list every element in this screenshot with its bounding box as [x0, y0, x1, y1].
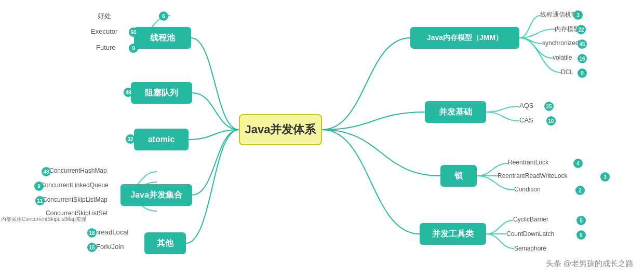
sub-lock-condition: Condition: [514, 186, 541, 193]
sub-jmm-mem: 内存模型: [555, 25, 580, 34]
badge-dcl: 9: [578, 68, 587, 78]
sub-lock-readwrite: ReentrantReadWriteLock: [498, 172, 568, 179]
main-node-atomic: atomic: [134, 129, 189, 150]
badge-countdown: 6: [576, 230, 586, 240]
sub-tools-cyclic: CyclicBarrier: [513, 216, 548, 223]
badge-forkjoin: 15: [87, 243, 97, 252]
sub-collection-skiplistmap: ConcurrentSkipListMap: [43, 196, 108, 203]
sub-jmm-sync: synchronized: [542, 39, 579, 47]
badge-cyclic: 5: [576, 216, 586, 225]
main-node-concbase: 并发基础: [425, 101, 486, 123]
badge-readwrite: 3: [600, 172, 610, 182]
main-node-lock: 锁: [440, 165, 477, 187]
main-node-tools: 并发工具类: [420, 223, 486, 245]
sub-collection-impl: 内部采用ConcurrentSkipListMap实现: [1, 216, 86, 223]
badge-threadlocal: 18: [87, 228, 97, 238]
sub-tools-semaphore: Semaphore: [514, 245, 546, 252]
concbase-label: 并发基础: [439, 107, 472, 118]
main-node-jmm: Java内存模型（JMM）: [410, 27, 519, 49]
badge-blockqueue: 48: [124, 88, 133, 97]
badge-executor: 60: [129, 27, 138, 37]
badge-future: 9: [129, 44, 138, 53]
sub-tools-countdown: CountDownLatch: [506, 230, 554, 238]
sub-threadpool-goodness: 好处: [98, 11, 111, 21]
badge-aqs: 25: [544, 102, 554, 111]
badge-sync: 45: [578, 39, 587, 49]
sub-concbase-aqs: AQS: [519, 102, 533, 109]
center-node: Java并发体系: [239, 114, 322, 145]
watermark: 头条 @老男孩的成长之路: [546, 259, 634, 269]
badge-atomic: 32: [126, 134, 135, 144]
sub-collection-hashmap: ConcurrentHashMap: [49, 167, 107, 174]
center-label: Java并发体系: [245, 122, 316, 137]
main-node-threadpool: 线程池: [134, 27, 191, 49]
sub-jmm-comm: 线程通信机制: [540, 10, 578, 19]
sub-concbase-cas: CAS: [519, 116, 533, 124]
blockqueue-label: 阻塞队列: [145, 88, 178, 99]
badge-reentrant: 4: [573, 159, 583, 168]
main-node-collection: Java并发集合: [120, 184, 192, 206]
jmm-label: Java内存模型（JMM）: [427, 33, 503, 43]
main-node-blockqueue: 阻塞队列: [131, 82, 192, 104]
badge-linkedqueue: 9: [34, 182, 44, 191]
badge-mem: 22: [576, 25, 586, 34]
sub-jmm-volatile: volatile: [553, 54, 572, 61]
lock-label: 锁: [454, 171, 463, 182]
badge-cas: 10: [546, 116, 556, 126]
threadpool-label: 线程池: [150, 33, 175, 44]
tools-label: 并发工具类: [432, 229, 474, 240]
sub-other-forkjoin: Fork/Join: [96, 243, 124, 251]
sub-lock-reentrant: ReentrantLock: [508, 159, 548, 166]
badge-skiplistmap: 11: [35, 196, 45, 205]
sub-threadpool-future: Future: [96, 44, 116, 51]
sub-jmm-dcl: DCL: [561, 68, 573, 76]
sub-threadpool-executor: Executor: [91, 27, 117, 35]
main-node-other: 其他: [144, 232, 186, 254]
sub-collection-linkedqueue: ConcurrentLinkedQueue: [41, 182, 109, 189]
badge-hashmap: 48: [42, 167, 51, 176]
collection-label: Java并发集合: [130, 190, 182, 201]
badge-comm: 3: [573, 10, 583, 20]
badge-volatile: 16: [578, 54, 587, 63]
badge-condition: 2: [575, 186, 585, 195]
badge-goodness: 6: [159, 11, 168, 21]
other-label: 其他: [157, 238, 173, 249]
mindmap-canvas: Java并发体系 线程池 阻塞队列 atomic Java并发集合 其他 Jav…: [0, 0, 644, 278]
atomic-label: atomic: [148, 135, 175, 144]
